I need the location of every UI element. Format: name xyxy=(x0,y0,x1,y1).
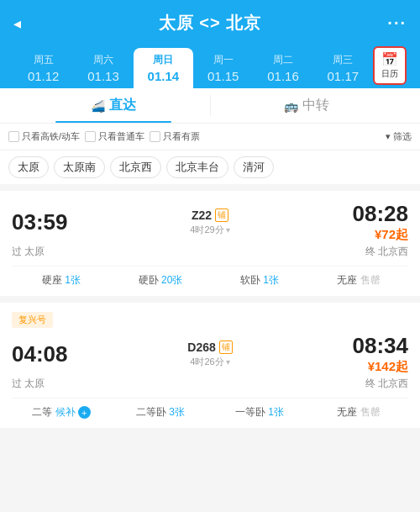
filter-checkbox-putong[interactable] xyxy=(85,131,96,142)
page-title: 太原 <> 北京 xyxy=(159,12,261,34)
day-mon: 01.15 xyxy=(207,69,239,83)
weekday-wed: 周三 xyxy=(333,53,353,67)
seat-erdengwo-label: 二等卧 xyxy=(136,406,166,418)
seat-ruanwo-label: 软卧 xyxy=(240,274,260,286)
filter-label-ticket: 只看有票 xyxy=(163,130,200,143)
date-row: 周五 01.12 周六 01.13 周日 01.14 周一 01.15 周二 0… xyxy=(13,46,407,88)
duration-text-1: 4时29分 xyxy=(190,224,223,236)
train-row-top-1: 03:59 Z22 铺 4时29分 ▾ 08:28 ¥72起 xyxy=(12,201,408,243)
calendar-button[interactable]: 📅 日历 xyxy=(373,46,407,85)
train-duration-1[interactable]: 4时29分 ▾ xyxy=(190,224,229,236)
arrive-station-1: 终 北京西 xyxy=(345,245,408,259)
train-row-mid-1: 过 太原 终 北京西 xyxy=(12,245,408,259)
filter-putong[interactable]: 只看普通车 xyxy=(85,130,144,143)
seat-row-2: 二等 候补+ 二等卧 3张 一等卧 1张 无座 售罄 xyxy=(12,398,408,420)
seat-wuzuo-1-label: 无座 xyxy=(337,274,357,286)
date-item-mon[interactable]: 周一 01.15 xyxy=(193,48,253,88)
back-icon[interactable]: ◂ xyxy=(13,14,21,33)
seat-wuzuo-1: 无座 售罄 xyxy=(309,273,408,288)
filter-bar: 只看高铁/动车 只看普通车 只看有票 ▾ 筛选 xyxy=(0,124,420,150)
header: ◂ 太原 <> 北京 ··· 周五 01.12 周六 01.13 周日 01.1… xyxy=(0,0,420,88)
seat-wuzuo-2: 无座 售罄 xyxy=(309,405,408,420)
seat-yidengwo[interactable]: 一等卧 1张 xyxy=(210,405,309,420)
filter-checkbox-gaotie[interactable] xyxy=(8,131,19,142)
tab-direct[interactable]: 🚄 直达 xyxy=(17,88,210,123)
depart-station-1: 过 太原 xyxy=(12,245,75,259)
filter-label-putong: 只看普通车 xyxy=(98,130,144,143)
weekday-sat: 周六 xyxy=(93,53,113,67)
seat-erdengwo[interactable]: 二等卧 3张 xyxy=(111,405,210,420)
seat-ruanwo[interactable]: 软卧 1张 xyxy=(210,273,309,288)
train-number-2: D268 xyxy=(187,340,215,354)
day-fri: 01.12 xyxy=(28,69,60,83)
arrive-price-2: 08:34 ¥142起 xyxy=(345,333,408,375)
train-row-top-2: 04:08 D268 铺 4时26分 ▾ 08:34 ¥142起 xyxy=(12,333,408,375)
filter-gaotie[interactable]: 只看高铁/动车 xyxy=(8,130,80,143)
seat-row-1: 硬座 1张 硬卧 20张 软卧 1张 无座 售罄 xyxy=(12,266,408,288)
train-number-badge-2: D268 铺 xyxy=(187,340,232,354)
date-item-tue[interactable]: 周二 01.16 xyxy=(253,48,312,88)
station-taiyuan[interactable]: 太原 xyxy=(8,156,49,178)
filter-checkbox-ticket[interactable] xyxy=(150,131,160,142)
train-icon: 🚄 xyxy=(91,99,105,113)
train-badge-2: 铺 xyxy=(219,340,233,354)
day-sat: 01.13 xyxy=(87,69,119,83)
seat-erdeng[interactable]: 二等 候补+ xyxy=(12,405,111,420)
weekday-tue: 周二 xyxy=(273,53,293,67)
train-number-1: Z22 xyxy=(192,208,212,222)
arrive-station-2: 终 北京西 xyxy=(345,377,408,391)
train-duration-2[interactable]: 4时26分 ▾ xyxy=(190,356,229,368)
depart-time-2: 04:08 xyxy=(12,341,75,367)
arrive-time-2: 08:34 xyxy=(345,333,408,359)
tab-direct-label: 直达 xyxy=(109,97,136,114)
seat-yingzuo[interactable]: 硬座 1张 xyxy=(12,273,111,288)
plus-icon[interactable]: + xyxy=(78,406,91,419)
arrive-time-1: 08:28 xyxy=(345,201,408,227)
date-item-sat[interactable]: 周六 01.13 xyxy=(73,48,133,88)
depart-time-1: 03:59 xyxy=(12,209,75,235)
seat-wuzuo-2-label: 无座 xyxy=(337,406,357,418)
filter-ticket[interactable]: 只看有票 xyxy=(150,130,200,143)
station-beijingfengtai[interactable]: 北京丰台 xyxy=(166,156,228,178)
weekday-sun: 周日 xyxy=(153,53,173,67)
tab-transfer[interactable]: 🚌 中转 xyxy=(211,88,404,123)
header-top: ◂ 太原 <> 北京 ··· xyxy=(13,12,407,34)
filter-more-button[interactable]: ▾ 筛选 xyxy=(386,130,412,143)
station-qinghe[interactable]: 清河 xyxy=(234,156,274,178)
station-taiyuannan[interactable]: 太原南 xyxy=(54,156,105,178)
calendar-icon: 📅 xyxy=(381,51,398,67)
train-price-2: ¥142起 xyxy=(345,359,408,375)
weekday-fri: 周五 xyxy=(34,53,54,67)
depart-station-2: 过 太原 xyxy=(12,377,75,391)
day-sun: 01.14 xyxy=(148,69,180,83)
duration-arrow-1: ▾ xyxy=(226,225,230,235)
train-number-badge-1: Z22 铺 xyxy=(192,208,228,222)
train-badge-1: 铺 xyxy=(215,208,228,222)
date-item-wed[interactable]: 周三 01.17 xyxy=(313,48,373,88)
weekday-mon: 周一 xyxy=(213,53,234,67)
tab-bar: 🚄 直达 🚌 中转 xyxy=(0,88,420,124)
calendar-label: 日历 xyxy=(381,68,398,80)
fuxing-badge: 复兴号 xyxy=(12,312,53,328)
bus-icon: 🚌 xyxy=(284,99,298,113)
duration-arrow-2: ▾ xyxy=(226,357,230,367)
filter-more-label: ▾ 筛选 xyxy=(386,130,412,143)
train-middle-1: Z22 铺 4时29分 ▾ xyxy=(75,208,345,236)
date-item-sun[interactable]: 周日 01.14 xyxy=(134,48,193,88)
train-card-z22: 03:59 Z22 铺 4时29分 ▾ 08:28 ¥72起 过 太原 终 北京… xyxy=(0,191,420,296)
arrive-price-1: 08:28 ¥72起 xyxy=(345,201,408,243)
more-icon[interactable]: ··· xyxy=(387,13,407,33)
station-beijingxi[interactable]: 北京西 xyxy=(110,156,161,178)
train-middle-2: D268 铺 4时26分 ▾ xyxy=(75,340,345,368)
date-item-fri[interactable]: 周五 01.12 xyxy=(13,48,73,88)
seat-yingwo[interactable]: 硬卧 20张 xyxy=(111,273,210,288)
day-tue: 01.16 xyxy=(267,69,299,83)
fuxing-badge-wrapper: 复兴号 xyxy=(12,311,408,333)
seat-erdeng-label: 二等 xyxy=(32,406,52,418)
train-row-mid-2: 过 太原 终 北京西 xyxy=(12,377,408,391)
train-price-1: ¥72起 xyxy=(345,227,408,243)
seat-yidengwo-label: 一等卧 xyxy=(235,406,265,418)
seat-yingzuo-label: 硬座 xyxy=(42,274,62,286)
filter-label-gaotie: 只看高铁/动车 xyxy=(22,130,80,143)
tab-transfer-label: 中转 xyxy=(302,97,329,114)
